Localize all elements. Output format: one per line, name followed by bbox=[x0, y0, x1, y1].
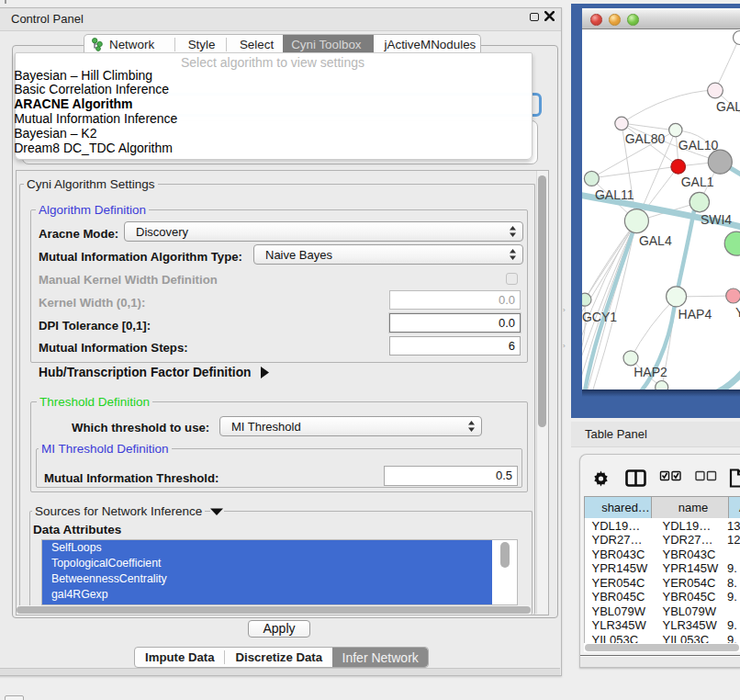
svg-text:GCY1: GCY1 bbox=[582, 310, 617, 324]
svg-text:GAL80: GAL80 bbox=[624, 131, 665, 146]
svg-text:GAL10: GAL10 bbox=[678, 138, 718, 152]
svg-text:HAP2: HAP2 bbox=[633, 365, 667, 379]
svg-text:GAL1: GAL1 bbox=[680, 175, 713, 189]
svg-text:Y: Y bbox=[735, 305, 740, 320]
svg-text:GAL4: GAL4 bbox=[638, 233, 671, 248]
svg-text:GAL11: GAL11 bbox=[594, 187, 633, 202]
svg-text:GAL7: GAL7 bbox=[716, 99, 740, 114]
svg-text:HAP4: HAP4 bbox=[678, 307, 712, 322]
svg-text:SWI4: SWI4 bbox=[700, 212, 731, 227]
